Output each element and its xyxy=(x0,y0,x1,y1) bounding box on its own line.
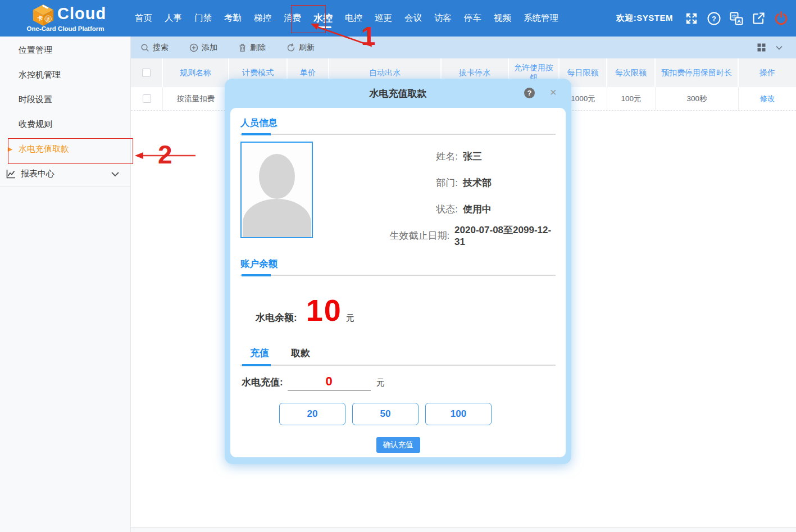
col-actions: 操作 xyxy=(739,58,796,87)
toolbar-right xyxy=(757,37,784,58)
cell-rule-name: 按流量扣费 xyxy=(163,87,229,110)
balance-section-title: 账户余额 xyxy=(240,258,556,270)
table-bottom-scroll-area[interactable] xyxy=(131,527,796,532)
nav-item-access[interactable]: 门禁 xyxy=(193,0,213,37)
cell-per-limit: 100元 xyxy=(607,87,656,110)
tab-divider xyxy=(240,365,556,366)
col-per-limit: 每次限额 xyxy=(607,58,656,87)
trash-icon xyxy=(238,43,247,52)
translate-icon[interactable]: 中 A xyxy=(729,11,744,26)
person-fields: 姓名: 张三 部门: 技术部 状态: 使用中 生效截止日期: 2020-07-0… xyxy=(313,143,556,249)
svg-text:?: ? xyxy=(712,15,716,23)
grid-view-icon[interactable] xyxy=(757,43,766,52)
tab-withdraw[interactable]: 取款 xyxy=(291,347,310,360)
logo-cube-icon: 卡 通 xyxy=(31,4,55,26)
row-checkbox-cell xyxy=(131,87,163,110)
sidebar-item-report-center[interactable]: 报表中心 xyxy=(0,161,130,187)
col-rule-name: 规则名称 xyxy=(163,58,229,87)
quick-amount-50-button[interactable]: 50 xyxy=(352,403,419,425)
quick-amounts: 20 50 100 xyxy=(279,403,556,425)
section-divider xyxy=(240,134,556,135)
dialog-title: 水电充值取款 xyxy=(370,87,427,100)
recharge-input-row: 水电充值: 元 xyxy=(240,374,556,390)
fullscreen-icon[interactable] xyxy=(684,11,699,26)
nav-item-video[interactable]: 视频 xyxy=(493,0,512,37)
nav-item-attendance[interactable]: 考勤 xyxy=(223,0,243,37)
field-name: 姓名: 张三 xyxy=(313,143,556,170)
delete-button[interactable]: 删除 xyxy=(238,43,266,53)
field-validity-period: 生效截止日期: 2020-07-08至2099-12-31 xyxy=(313,222,556,249)
help-icon[interactable]: ? xyxy=(706,11,721,26)
sidebar-item-water-controller-management[interactable]: 水控机管理 xyxy=(0,62,130,87)
logo-title: Cloud xyxy=(57,4,106,23)
search-icon xyxy=(140,43,149,52)
nav-item-system[interactable]: 系统管理 xyxy=(522,0,560,37)
sidebar: 位置管理 水控机管理 时段设置 收费规则 ▶ 水电充值取款 报表中心 xyxy=(0,37,131,532)
recharge-amount-input[interactable] xyxy=(288,374,371,390)
welcome-text: 欢迎:SYSTEM xyxy=(616,13,673,24)
app-logo: 卡 通 Cloud One-Card Cloud Platform xyxy=(0,0,131,37)
field-status: 状态: 使用中 xyxy=(313,196,556,222)
nav-item-parking[interactable]: 停车 xyxy=(463,0,483,37)
balance-amount: 10 xyxy=(306,293,342,328)
top-navbar: 卡 通 Cloud One-Card Cloud Platform 首页 人事 … xyxy=(0,0,796,37)
section-divider xyxy=(240,275,556,276)
nav-item-visitor[interactable]: 访客 xyxy=(433,0,453,37)
refresh-icon xyxy=(286,43,295,52)
logo-subtitle: One-Card Cloud Platform xyxy=(0,25,131,32)
nav-item-meeting[interactable]: 会议 xyxy=(403,0,423,37)
active-item-arrow-icon: ▶ xyxy=(8,145,12,153)
tab-recharge[interactable]: 充值 xyxy=(250,347,269,360)
field-department: 部门: 技术部 xyxy=(313,170,556,196)
quick-amount-20-button[interactable]: 20 xyxy=(279,403,345,425)
chart-icon xyxy=(6,169,16,179)
row-checkbox[interactable] xyxy=(143,94,151,103)
nav-item-patrol[interactable]: 巡更 xyxy=(374,0,393,37)
confirm-recharge-button[interactable]: 确认充值 xyxy=(376,437,420,453)
dialog-header: 水电充值取款 ? × xyxy=(230,79,566,108)
nav-item-electric[interactable]: 电控 xyxy=(344,0,363,37)
sidebar-item-time-period-settings[interactable]: 时段设置 xyxy=(0,87,130,112)
dialog-close-icon[interactable]: × xyxy=(550,86,557,98)
nav-item-personnel[interactable]: 人事 xyxy=(163,0,183,37)
dialog-body: 人员信息 姓名: 张三 部门: 技术部 状态: 使用中 生效截止日期: xyxy=(230,108,566,457)
navbar-right: 欢迎:SYSTEM ? 中 A xyxy=(616,0,789,37)
svg-text:卡: 卡 xyxy=(38,15,43,21)
sidebar-item-charging-rules[interactable]: 收费规则 xyxy=(0,112,130,137)
refresh-button[interactable]: 刷新 xyxy=(286,43,315,53)
nav-item-elevator[interactable]: 梯控 xyxy=(253,0,272,37)
balance-row: 水电余额: 10 元 xyxy=(240,293,556,328)
person-photo-placeholder xyxy=(240,142,313,238)
nav-item-consume[interactable]: 消费 xyxy=(283,0,302,37)
svg-text:A: A xyxy=(737,19,741,24)
add-button[interactable]: 添加 xyxy=(189,43,217,53)
toolbar: 搜索 添加 删除 刷新 xyxy=(131,37,796,58)
quick-amount-100-button[interactable]: 100 xyxy=(425,403,492,425)
nav-item-water-control[interactable]: 水控 xyxy=(312,0,334,37)
select-all-checkbox[interactable] xyxy=(142,69,151,77)
main-menu: 首页 人事 门禁 考勤 梯控 消费 水控 电控 巡更 会议 访客 停车 视频 系… xyxy=(134,0,560,37)
person-info-section-title: 人员信息 xyxy=(240,117,556,129)
power-icon[interactable] xyxy=(774,11,789,26)
sidebar-item-location-management[interactable]: 位置管理 xyxy=(0,38,130,62)
sidebar-item-recharge-withdraw[interactable]: ▶ 水电充值取款 xyxy=(0,137,130,161)
col-prepay-retain: 预扣费停用保留时长 xyxy=(656,58,739,87)
plus-circle-icon xyxy=(189,43,198,52)
cell-prepay-retain: 300秒 xyxy=(656,87,739,110)
header-checkbox-cell xyxy=(131,58,163,87)
collapse-chevron-icon[interactable] xyxy=(775,43,784,52)
edit-link[interactable]: 修改 xyxy=(739,87,796,110)
new-window-icon[interactable] xyxy=(751,11,766,26)
person-info-block: 姓名: 张三 部门: 技术部 状态: 使用中 生效截止日期: 2020-07-0… xyxy=(240,142,556,249)
svg-text:通: 通 xyxy=(46,17,51,22)
chevron-down-icon xyxy=(110,169,120,179)
search-button[interactable]: 搜索 xyxy=(140,43,169,53)
dialog-help-icon[interactable]: ? xyxy=(524,88,535,98)
recharge-withdraw-dialog: 水电充值取款 ? × 人员信息 姓名: 张三 部门: 技术部 状态: 使用中 xyxy=(225,79,571,464)
recharge-withdraw-tabs: 充值 取款 xyxy=(240,347,556,360)
nav-item-home[interactable]: 首页 xyxy=(134,0,153,37)
